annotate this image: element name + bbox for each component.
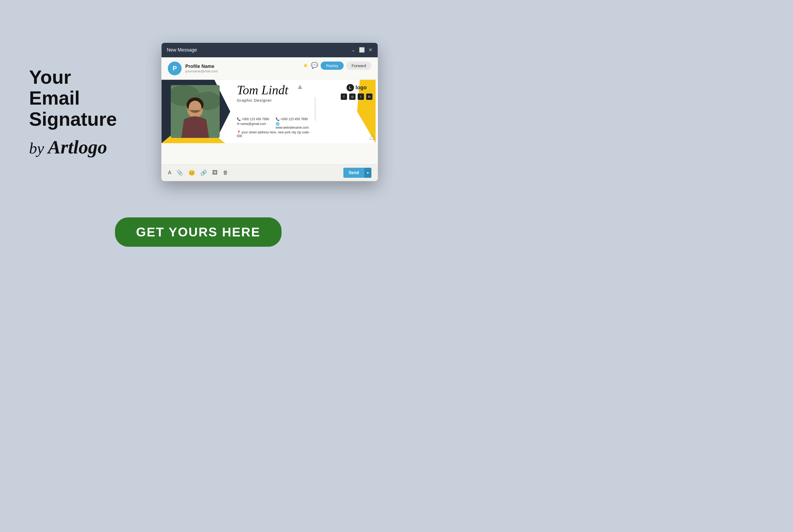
- sig-divider: [315, 97, 315, 121]
- attachment-icon[interactable]: 📎: [177, 170, 183, 176]
- link-icon[interactable]: 🔗: [200, 170, 207, 176]
- twitter-icon: t: [358, 94, 364, 100]
- email-header: P Profile Name yourname@mail.com ★ 💬 Rep…: [162, 57, 378, 80]
- instagram-icon: ◎: [349, 94, 355, 100]
- send-button-group: Send ▾: [343, 168, 371, 178]
- maximize-icon[interactable]: ⬜: [359, 47, 365, 53]
- email-body[interactable]: [162, 143, 378, 164]
- byline: by Artlogo: [29, 138, 107, 157]
- sig-name-area: Tom Lindt Graphic Designer: [237, 84, 312, 102]
- left-panel: Your Email Signature by Artlogo: [13, 67, 140, 157]
- avatar: P: [168, 61, 182, 75]
- cta-button[interactable]: GET YOURS HERE: [115, 217, 282, 247]
- logo-icon: L: [347, 84, 354, 91]
- headline-line2: Email Signature: [29, 88, 117, 129]
- contacts-grid: 📞 +000 123 456 7890 📞 +000 123 456 7890 …: [237, 117, 312, 138]
- cta-section: GET YOURS HERE: [13, 217, 383, 252]
- sig-content-right: ▲ Tom Lindt Graphic Designer: [232, 80, 378, 143]
- email-toolbar: A 📎 😊 🔗 🖼 🗑 Send ▾: [162, 164, 378, 181]
- social-icons: f ◎ t in: [341, 94, 372, 100]
- content-row: Your Email Signature by Artlogo New Mess…: [13, 14, 383, 209]
- logo-text: L logo: [347, 84, 367, 91]
- minimize-icon[interactable]: ⌄: [351, 47, 355, 53]
- profile-info: Profile Name yourname@mail.com: [185, 64, 218, 73]
- email-item: ✉ name@gmail.com: [237, 122, 273, 129]
- linkedin-icon: in: [366, 94, 372, 100]
- forward-button[interactable]: Forward: [346, 61, 371, 70]
- sig-contacts: 📞 +000 123 456 7890 📞 +000 123 456 7890 …: [237, 117, 312, 138]
- facebook-icon: f: [341, 94, 347, 100]
- logo-label: logo: [355, 84, 367, 91]
- profile-section: P Profile Name yourname@mail.com: [168, 61, 218, 75]
- sig-photo: [171, 85, 220, 138]
- format-text-icon[interactable]: A: [168, 170, 171, 176]
- signature-card-wrapper: ▲ Tom Lindt Graphic Designer: [162, 80, 378, 143]
- star-icon: ★: [303, 62, 308, 69]
- sig-logo-area: L logo f ◎ t in: [341, 84, 372, 100]
- toolbar-icons: A 📎 😊 🔗 🖼 🗑: [168, 170, 228, 176]
- signature-card: ▲ Tom Lindt Graphic Designer: [162, 80, 378, 143]
- window-title: New Message: [167, 47, 197, 53]
- by-text: by: [29, 139, 44, 157]
- profile-name: Profile Name: [185, 64, 218, 69]
- headline: Your Email Signature: [29, 67, 140, 130]
- person-illustration: [171, 85, 220, 138]
- website-item: 🌐 www.websitename.com: [276, 122, 312, 129]
- image-icon[interactable]: 🖼: [212, 170, 218, 176]
- send-button[interactable]: Send: [343, 168, 364, 178]
- chat-icon: 💬: [311, 62, 318, 69]
- sig-title: Graphic Designer: [237, 98, 312, 102]
- headline-line1: Your: [29, 66, 71, 88]
- close-icon[interactable]: ✕: [368, 47, 372, 53]
- sig-name: Tom Lindt: [237, 84, 312, 96]
- title-bar-controls: ⌄ ⬜ ✕: [351, 47, 372, 53]
- phone2-item: 📞 +000 123 456 7890: [276, 117, 312, 121]
- email-window: New Message ⌄ ⬜ ✕ P Profile Name yournam…: [161, 42, 378, 181]
- address-item: 📍 your street address here, new york cit…: [237, 131, 312, 138]
- send-dropdown-button[interactable]: ▾: [364, 168, 371, 178]
- profile-email: yourname@mail.com: [185, 69, 218, 73]
- emoji-icon[interactable]: 😊: [188, 170, 195, 176]
- reply-button[interactable]: Replay: [321, 61, 344, 70]
- delete-icon[interactable]: 🗑: [223, 170, 228, 176]
- main-container: Your Email Signature by Artlogo New Mess…: [13, 14, 383, 252]
- title-bar: New Message ⌄ ⬜ ✕: [162, 43, 378, 57]
- email-actions: ★ 💬 Replay Forward: [303, 61, 371, 70]
- artlogo-text: Artlogo: [48, 137, 107, 158]
- tri-bottom-icon: △: [369, 132, 375, 140]
- phone1-item: 📞 +000 123 456 7890: [237, 117, 273, 121]
- email-window-wrapper: New Message ⌄ ⬜ ✕ P Profile Name yournam…: [161, 42, 378, 181]
